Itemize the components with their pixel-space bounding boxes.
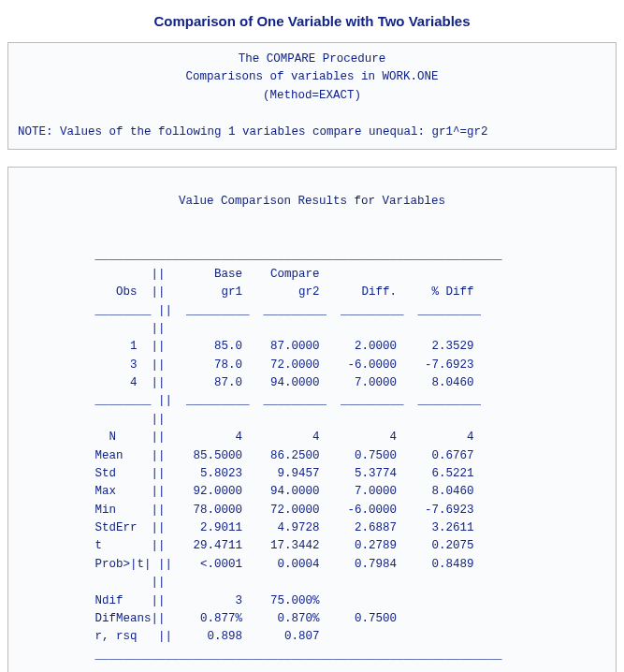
col-rule: ________ || _________ _________ ________…	[18, 304, 481, 317]
note-line: NOTE: Values of the following 1 variable…	[18, 125, 488, 139]
col-rule: ________ || _________ _________ ________…	[18, 394, 481, 407]
sep: ||	[18, 413, 166, 426]
stat-row: Mean || 85.5000 86.2500 0.7500 0.6767	[18, 449, 474, 462]
obs-row: 4 || 87.0 94.0000 7.0000 8.0460	[18, 376, 474, 389]
compare-results-pre: Value Comparison Results for Variables _…	[18, 175, 606, 665]
proc-line-2: Comparisons of variables in WORK.ONE	[18, 68, 606, 86]
stat-row: r, rsq || 0.898 0.807	[18, 630, 320, 643]
stat-row: N || 4 4 4 4	[18, 431, 474, 444]
sep: ||	[18, 576, 166, 589]
results-heading: Value Comparison Results for Variables	[18, 193, 606, 211]
rule-top: ________________________________________…	[18, 249, 502, 262]
stat-row: Min || 78.0000 72.0000 -6.0000 -7.6923	[18, 504, 474, 517]
stat-row: t || 29.4711 17.3442 0.2789 0.2075	[18, 539, 474, 552]
stat-row: DifMeans|| 0.877% 0.870% 0.7500	[18, 612, 397, 625]
obs-row: 1 || 85.0 87.0000 2.0000 2.3529	[18, 340, 474, 353]
col-header-2: Obs || gr1 gr2 Diff. % Diff	[18, 285, 474, 299]
proc-line-3: (Method=EXACT)	[18, 87, 606, 105]
compare-results-box: Value Comparison Results for Variables _…	[7, 167, 617, 672]
stat-row: Std || 5.8023 9.9457 5.3774 6.5221	[18, 467, 474, 480]
obs-row: 3 || 78.0 72.0000 -6.0000 -7.6923	[18, 358, 474, 372]
sep: ||	[18, 322, 166, 335]
stat-row: Ndif || 3 75.000%	[18, 594, 320, 607]
stat-row: Max || 92.0000 94.0000 7.0000 8.0460	[18, 485, 474, 498]
col-header-1: || Base Compare	[18, 268, 320, 281]
compare-header-box: The COMPARE ProcedureComparisons of vari…	[7, 42, 617, 150]
stat-row: StdErr || 2.9011 4.9728 2.6887 3.2611	[18, 521, 474, 534]
proc-line-1: The COMPARE Procedure	[18, 51, 606, 68]
rule-bot: ________________________________________…	[18, 649, 502, 662]
page-title: Comparison of One Variable with Two Vari…	[7, 13, 617, 29]
compare-header-pre: The COMPARE ProcedureComparisons of vari…	[18, 51, 606, 141]
stat-row: Prob>|t| || <.0001 0.0004 0.7984 0.8489	[18, 558, 474, 571]
